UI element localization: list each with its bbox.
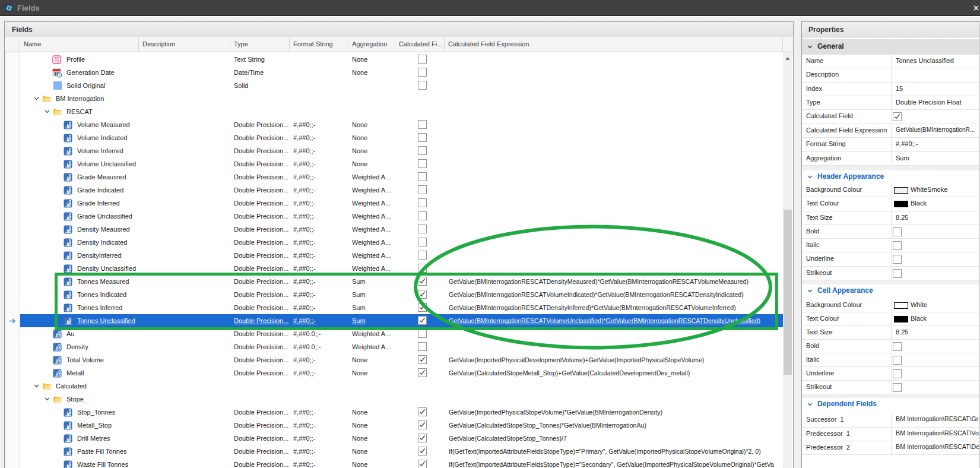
svg-text:CD: CD — [55, 59, 59, 63]
